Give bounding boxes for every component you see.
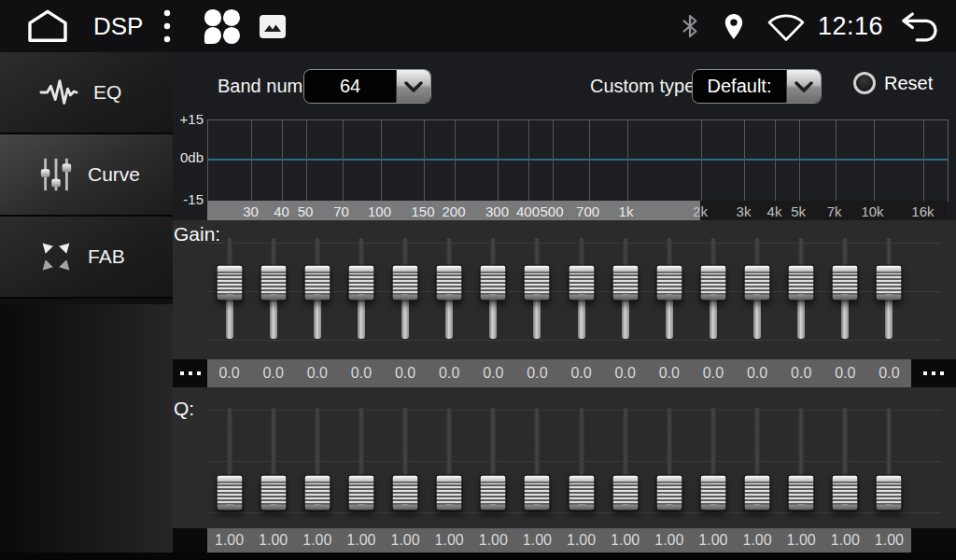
gain-slider[interactable] [207,233,251,347]
gridline [381,120,382,202]
freq-tick-label: 30 [243,203,259,218]
slider-knob[interactable] [348,475,373,510]
slider-knob[interactable] [656,265,682,300]
apps-button[interactable] [203,7,242,45]
slider-knob[interactable] [569,265,594,300]
slider-knob[interactable] [612,475,638,510]
gain-slider[interactable] [736,233,780,347]
gain-slider[interactable] [603,233,647,347]
slider-knob[interactable] [656,475,682,510]
slider-knob[interactable] [745,265,770,300]
slider-knob[interactable] [612,265,638,300]
freq-tick-label: 40 [274,203,289,218]
q-slider[interactable] [471,396,515,513]
gridline [553,120,554,202]
q-slider[interactable] [736,396,780,513]
gain-slider[interactable] [515,233,559,347]
slider-knob[interactable] [569,475,594,510]
gain-slider[interactable] [867,233,911,347]
slider-knob[interactable] [833,475,858,510]
back-button[interactable] [898,10,943,43]
slider-knob[interactable] [789,475,814,510]
q-value: 1.00 [691,528,735,553]
gain-slider[interactable] [471,233,515,347]
slider-knob[interactable] [481,475,506,510]
slider-knob[interactable] [877,265,902,300]
freq-tick-label: 4k [767,203,782,218]
status-icons-group: 12:16 [680,10,956,43]
gain-slider[interactable] [428,233,471,347]
gain-slider[interactable] [339,233,383,347]
slider-knob[interactable] [217,475,242,510]
gain-slider[interactable] [780,233,823,347]
q-slider[interactable] [207,396,251,513]
slider-knob[interactable] [304,475,330,510]
gain-slider[interactable] [559,233,603,347]
gain-slider[interactable] [251,233,295,347]
q-slider[interactable] [559,396,603,513]
gain-slider[interactable] [384,233,428,347]
home-button[interactable] [26,8,69,44]
q-slider[interactable] [339,396,383,513]
sidebar-item-fab[interactable]: FAB [0,217,173,299]
gain-more-right-button[interactable] [911,359,956,387]
gain-value: 0.0 [823,359,867,387]
waveform-icon [39,77,78,108]
slider-knob[interactable] [877,475,902,510]
clock-time: 12:16 [818,12,883,41]
freq-tick-label: 300 [485,203,509,218]
gain-slider[interactable] [691,233,735,347]
q-slider[interactable] [867,396,911,513]
slider-knob[interactable] [525,475,550,510]
gallery-button[interactable] [259,14,287,39]
gain-slider[interactable] [647,233,691,347]
slider-knob[interactable] [393,475,418,510]
slider-knob[interactable] [437,475,462,510]
slider-knob[interactable] [525,265,550,300]
q-slider[interactable] [691,396,735,513]
custom-type-select[interactable]: Default: [693,70,821,103]
band-num-label: Band num: [218,76,308,97]
slider-knob[interactable] [260,265,286,300]
slider-knob[interactable] [700,265,725,300]
band-num-select[interactable]: 64 [304,70,430,103]
slider-knob[interactable] [217,265,242,300]
bluetooth-icon [680,12,700,40]
gain-slider[interactable] [823,233,867,347]
back-icon [898,10,943,43]
sidebar-item-curve[interactable]: Curve [0,134,173,217]
gain-slider[interactable] [295,233,339,347]
slider-knob[interactable] [393,265,418,300]
slider-knob[interactable] [260,475,286,510]
sidebar: EQ Curve [0,52,173,560]
slider-knob[interactable] [348,265,373,300]
q-slider[interactable] [647,396,691,513]
gridline [627,120,628,202]
gridline [874,120,875,202]
q-slider[interactable] [295,396,339,513]
q-value: 1.00 [207,528,251,553]
freq-tick-label: 16k [911,203,934,218]
sidebar-item-eq[interactable]: EQ [0,52,173,134]
menu-overflow-button[interactable] [163,8,171,44]
slider-knob[interactable] [481,265,506,300]
slider-knob[interactable] [437,265,462,300]
q-slider[interactable] [384,396,428,513]
q-slider[interactable] [428,396,471,513]
slider-knob[interactable] [745,475,770,510]
q-slider[interactable] [780,396,823,513]
q-strip-left-cap [173,528,207,553]
slider-knob[interactable] [789,265,814,300]
q-label: Q: [174,398,194,420]
q-slider[interactable] [251,396,295,513]
gridline [701,120,702,202]
q-slider[interactable] [515,396,559,513]
gain-more-left-button[interactable] [173,359,207,387]
reset-button[interactable]: Reset [853,72,933,94]
q-slider[interactable] [823,396,867,513]
slider-knob[interactable] [700,475,725,510]
slider-knob[interactable] [833,265,858,300]
q-slider[interactable] [603,396,647,513]
slider-knob[interactable] [304,265,330,300]
gain-value: 0.0 [339,359,383,387]
